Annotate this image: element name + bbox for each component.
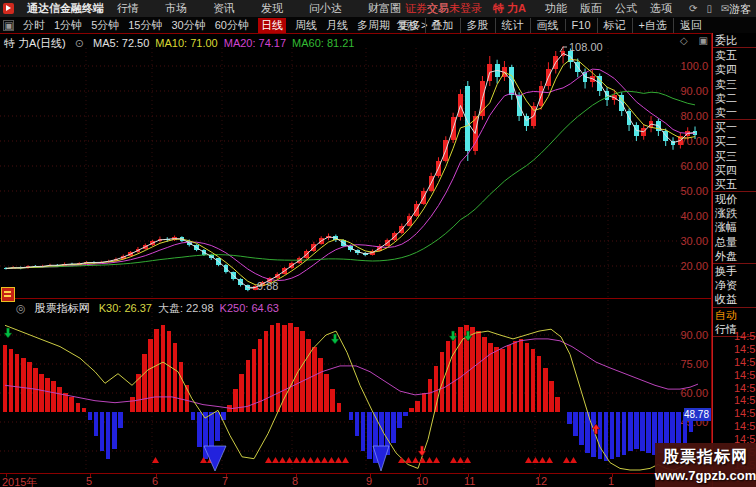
indicator-header: ◎ 股票指标网 K30: 26.37大盘: 22.98K250: 64.63 [16,301,291,316]
menubar-item-5[interactable]: 财富圈 [368,1,401,16]
x-axis-tick [226,474,227,477]
chart-canvas[interactable]: 100.090.0080.0070.0060.0050.0040.0030.00… [0,0,712,473]
menubar-item-2[interactable]: 资讯 [213,1,235,16]
menu-right-group: 证券交易未登录 特 力A 功能版面公式选项 ⟳▯✉ [405,0,729,17]
menubar-item-1[interactable]: 市场 [165,1,187,16]
sidebar-time-row: 14:58 [713,420,756,433]
menubar-item-4[interactable]: 问小达 [309,1,342,16]
sidebar-time-row: 14:58 [713,343,756,356]
toolbar-button-7[interactable]: +自选 [632,18,673,33]
watermark-badge: 股票指标网 www.7gpzb.com [655,443,756,487]
svg-text:40.00: 40.00 [680,210,708,222]
x-axis-tick [6,474,7,477]
sidebar-row-1: 卖五 [713,48,756,62]
toolbar-button-6[interactable]: 标记 [597,18,632,33]
indicator-value-1: 大盘: 22.98 [158,302,214,314]
svg-text:75.00: 75.00 [680,358,708,370]
top-menu-bar: 通达信金融终端 行情市场资讯发现问小达财富圈交易 证券交易未登录 特 力A 功能… [0,0,756,17]
sidebar-row-4: 卖二 [713,91,756,105]
toolbar-button-1[interactable]: 叠加 [425,18,460,33]
menubar-icons: ⟳▯✉ [689,3,729,14]
period-tab-5[interactable]: 60分钟 [215,18,249,33]
current-stock-name: 特 力A [493,1,526,16]
chart-title: 特 力A(日线) [4,37,66,49]
sidebar-row-17: 净资 [713,278,756,292]
period-tab-3[interactable]: 15分钟 [128,18,162,33]
sidebar-row-2: 卖四 [713,62,756,76]
menubar-right-item-0[interactable]: 功能 [545,1,567,16]
sidebar-row-7: 买二 [713,134,756,148]
indicator-gear-icon[interactable]: ◎ [16,302,26,314]
toolbar-button-4[interactable]: 画线 [530,18,565,33]
login-status: 证券交易未登录 [405,1,482,16]
sidebar-row-3: 卖三 [713,77,756,91]
window-icon[interactable]: ▣ [3,20,14,31]
indicator-value-2: K250: 64.63 [220,302,279,314]
x-axis-tick [296,474,297,477]
toolbar-button-5[interactable]: F10 [565,19,597,31]
indicator-value-labels: K30: 26.37大盘: 22.98K250: 64.63 [99,302,285,314]
menu-left-group: 通达信金融终端 行情市场资讯发现问小达财富圈交易 [3,0,449,17]
menubar-item-0[interactable]: 行情 [117,1,139,16]
ma-label-1: MA10: 71.00 [155,37,217,49]
x-axis-tick [420,474,421,477]
period-tab-4[interactable]: 30分钟 [172,18,206,33]
period-tab-6[interactable]: 日线 [258,18,286,33]
x-axis-tick [370,474,371,477]
toolbar-button-0[interactable]: 复权 [391,18,425,33]
sidebar-row-15: 外盘 [713,249,756,264]
refresh-icon[interactable]: ⟳ [689,3,697,14]
svg-text:20.00: 20.00 [680,260,708,272]
sidebar-row-18: 收益 [713,292,756,307]
period-items: 分时1分钟5分钟15分钟30分钟60分钟日线周线月线多周期更多> [23,18,427,33]
x-axis-tick [156,474,157,477]
period-tab-8[interactable]: 月线 [326,18,348,33]
sidebar-row-16: 换手 [713,264,756,278]
x-axis-label-7: 11 [464,475,475,487]
sidebar-row-14: 总量 [713,235,756,249]
period-tab-9[interactable]: 多周期 [357,18,390,33]
sidebar-row-10: 买五 [713,177,756,192]
menubar-right-item-2[interactable]: 公式 [615,1,637,16]
menubar-right-item-3[interactable]: 选项 [650,1,672,16]
x-axis-tick [612,474,613,477]
sidebar-row-6: 买一 [713,120,756,134]
period-tab-2[interactable]: 5分钟 [91,18,119,33]
mobile-icon[interactable]: ▯ [706,3,712,14]
chart-corner-icons[interactable]: ◇ ▣ [680,35,712,46]
toolbar-button-8[interactable]: 返回 [673,18,708,33]
sidebar-time-row: 14:58 [713,356,756,369]
period-tab-7[interactable]: 周线 [295,18,317,33]
period-toolbar: ▣ 分时1分钟5分钟15分钟30分钟60分钟日线周线月线多周期更多> 复权叠加多… [0,17,756,33]
indicator-logo-badge [1,287,15,302]
toolbar-button-2[interactable]: 多股 [460,18,495,33]
sidebar-time-row: 14:58 [713,394,756,407]
x-axis-tick [468,474,469,477]
period-tab-0[interactable]: 分时 [23,18,45,33]
guest-label[interactable]: 游客 [729,2,751,17]
toolbar-buttons-group: 复权叠加多股统计画线F10标记+自选返回 [391,17,708,33]
menubar-item-3[interactable]: 发现 [261,1,283,16]
menu-items: 行情市场资讯发现问小达财富圈交易 [117,1,449,16]
sidebar-time-row: 14:58 [713,369,756,382]
indicator-settings-icon[interactable]: ⊙ [75,37,84,49]
x-axis-tick [539,474,540,477]
svg-text:48.78: 48.78 [684,409,709,420]
svg-text:30.00: 30.00 [680,235,708,247]
toolbar-button-3[interactable]: 统计 [495,18,530,33]
sidebar-row-8: 买三 [713,149,756,163]
indicator-value-0: K30: 26.37 [99,302,152,314]
menubar-right-item-1[interactable]: 版面 [580,1,602,16]
indicator-name: 股票指标网 [35,302,90,314]
svg-text:90.00: 90.00 [680,329,708,341]
svg-text:60.00: 60.00 [680,160,708,172]
sidebar-time-row: 14:58 [713,382,756,395]
ma-label-2: MA20: 74.17 [224,37,286,49]
watermark-url: www.7gpzb.com [655,468,756,483]
sidebar-row-5: 卖一 [713,105,756,120]
sidebar-row-12: 涨跌 [713,206,756,220]
period-tab-1[interactable]: 1分钟 [54,18,82,33]
quote-sidebar: L R 委比卖五卖四卖三卖二卖一买一买二买三买四买五现价涨跌涨幅总量外盘换手净资… [712,17,756,487]
x-axis-label-0: 2015年 [2,475,37,487]
x-axis-tick [90,474,91,477]
